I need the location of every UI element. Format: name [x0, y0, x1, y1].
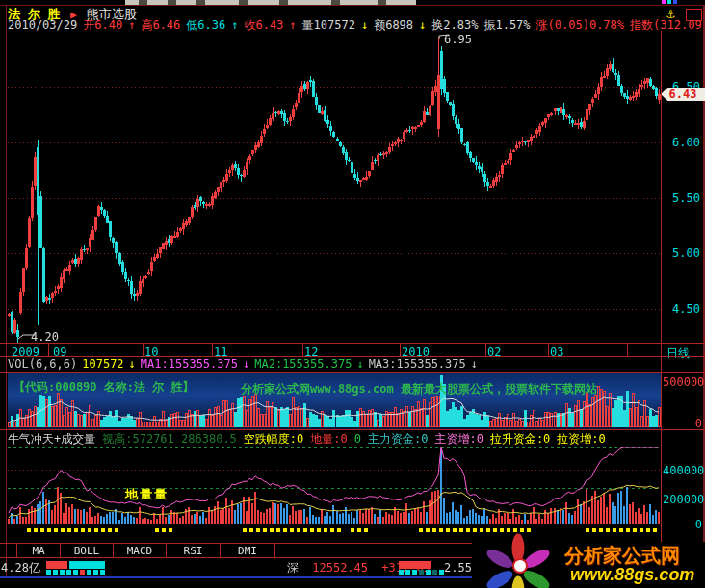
- volume-header: VOL(6,6,6)107572↓MA1:155355.375↓MA2:1553…: [8, 357, 703, 371]
- indicator-axis-400k: 400000: [663, 464, 702, 477]
- tab-separator: [274, 544, 275, 557]
- stock-code-banner: 【代码:000890 名称:法 尔 胜】: [13, 379, 194, 396]
- low-price-annotation: 4.20: [31, 330, 59, 344]
- sh-trend-bar: [46, 561, 105, 569]
- month-tick: [302, 344, 303, 356]
- indicator-axis-0: 0: [663, 518, 702, 531]
- sh-amount-value: 4.28亿: [1, 560, 40, 576]
- ad-banner-text: 分析家公式网www.88gs.com 最新最大股票公式，股票软件下载网站: [241, 381, 597, 397]
- window-bottom-border: [0, 576, 474, 578]
- flower-petal-icon: [484, 567, 515, 588]
- tab-dmi[interactable]: DMI: [221, 545, 274, 557]
- quote-volume: 量107572: [302, 18, 355, 32]
- diliang-value2: 0: [354, 432, 361, 446]
- tick-square: [93, 570, 98, 575]
- tick-square: [73, 570, 78, 575]
- divider: [0, 429, 705, 430]
- bar-segment-red: [399, 561, 431, 569]
- tick-square: [80, 570, 85, 575]
- kongdie-value: 空跌幅度:0: [244, 432, 303, 446]
- tick-square: [439, 570, 444, 575]
- tab-macd[interactable]: MACD: [114, 545, 166, 557]
- tick-square: [53, 570, 58, 575]
- flower-petal-icon: [484, 546, 515, 571]
- watermark-site-url: www.88gs.com: [570, 565, 694, 585]
- down-arrow-icon: ↓: [129, 357, 136, 371]
- tick-square: [399, 570, 404, 575]
- volume-axis-max: 500000: [663, 375, 702, 389]
- vol-ma3-value: MA3:155355.375: [369, 357, 466, 371]
- sz-trend-bar: [399, 561, 431, 569]
- flower-petal-icon: [512, 576, 525, 588]
- price-axis-label: 6.00: [672, 136, 700, 149]
- time-axis: 日线 20090910111220100203: [0, 343, 705, 357]
- shigao-value: 视高:572761 286380.5: [102, 432, 237, 446]
- tick-square: [100, 570, 105, 575]
- price-axis-label: 5.00: [672, 246, 700, 260]
- down-arrow-icon: ↓: [243, 357, 249, 371]
- bar-segment-red: [46, 561, 67, 569]
- down-arrow-icon: ↓: [419, 18, 426, 32]
- month-tick: [485, 344, 486, 356]
- vol-indicator-name: VOL(6,6,6): [8, 357, 77, 371]
- axis-separator-line: [661, 31, 662, 542]
- up-arrow-icon: ↑: [128, 18, 135, 32]
- tick-square: [87, 570, 91, 575]
- price-axis: 6.506.005.505.004.50: [663, 0, 702, 346]
- tick-square: [46, 570, 51, 575]
- tick-square: [60, 570, 65, 575]
- month-tick: [212, 344, 213, 356]
- month-tick: [548, 344, 549, 356]
- zhuli-funds-value: 主力资金:0: [368, 432, 428, 446]
- up-arrow-icon: ↑: [231, 18, 238, 32]
- quote-turnover: 换2.83%: [431, 18, 478, 32]
- quote-open: 开6.40: [83, 18, 122, 32]
- month-tick: [400, 344, 401, 356]
- quote-amplitude: 振1.57%: [483, 18, 530, 32]
- current-price-tag: 6.43: [661, 88, 705, 101]
- lasheng-funds-value: 拉升资金:0: [490, 432, 550, 446]
- zhuzi-incr-value: 主资增:0: [434, 432, 483, 446]
- lazi-incr-value: 拉资增:0: [557, 432, 605, 446]
- tab-boll[interactable]: BOLL: [61, 545, 113, 557]
- price-axis-label: 5.50: [672, 192, 700, 205]
- window-border-left: [6, 5, 7, 578]
- sh-tick-squares: [46, 570, 105, 575]
- indicator-chart[interactable]: [8, 445, 661, 537]
- flower-center-icon: [512, 558, 528, 574]
- quote-low: 低6.36: [186, 18, 225, 32]
- quote-date: 2010/03/29: [8, 18, 77, 32]
- tick-square: [426, 570, 431, 575]
- indicator-name: 牛气冲天+成交量: [8, 432, 95, 446]
- diliang-label: 地量量: [125, 486, 169, 503]
- vol-ma1-value: MA1:155355.375: [141, 357, 238, 371]
- month-tick: [627, 344, 628, 356]
- tick-square: [432, 570, 437, 575]
- current-price-value: 6.43: [669, 88, 697, 101]
- up-arrow-icon: ↑: [289, 18, 296, 32]
- price-axis-label: 4.50: [672, 302, 700, 316]
- volume-axis-min: 0: [663, 417, 702, 430]
- vol-value: 107572: [82, 357, 123, 371]
- quote-change: 涨(0.05)0.78%: [536, 18, 624, 32]
- vol-ma2-value: MA2:155355.375: [254, 357, 352, 371]
- diliang-value: 地量:0: [310, 432, 347, 446]
- month-tick: [143, 344, 144, 356]
- high-price-annotation: 6.95: [444, 33, 472, 46]
- tick-square: [66, 570, 71, 575]
- tab-rsi[interactable]: RSI: [167, 545, 220, 557]
- indicator-axis-200k: 200000: [663, 493, 702, 506]
- tab-ma[interactable]: MA: [17, 545, 60, 557]
- main-price-chart[interactable]: [8, 31, 661, 343]
- down-arrow-icon: ↓: [471, 357, 478, 371]
- stock-app-window: 法 尔 胜 ▶ 熊市选股 ⚓ 2010/03/29开6.40↑高6.46低6.3…: [0, 0, 705, 588]
- quote-high: 高6.46: [141, 18, 180, 32]
- tick-square: [412, 570, 417, 575]
- tick-square: [419, 570, 424, 575]
- index-value: 12552.45: [312, 561, 368, 575]
- quote-amount: 额6898: [374, 18, 413, 32]
- month-tick: [48, 344, 49, 356]
- tick-square: [405, 570, 410, 575]
- bar-segment-cyan: [69, 561, 105, 569]
- quote-close: 收6.43: [244, 18, 283, 32]
